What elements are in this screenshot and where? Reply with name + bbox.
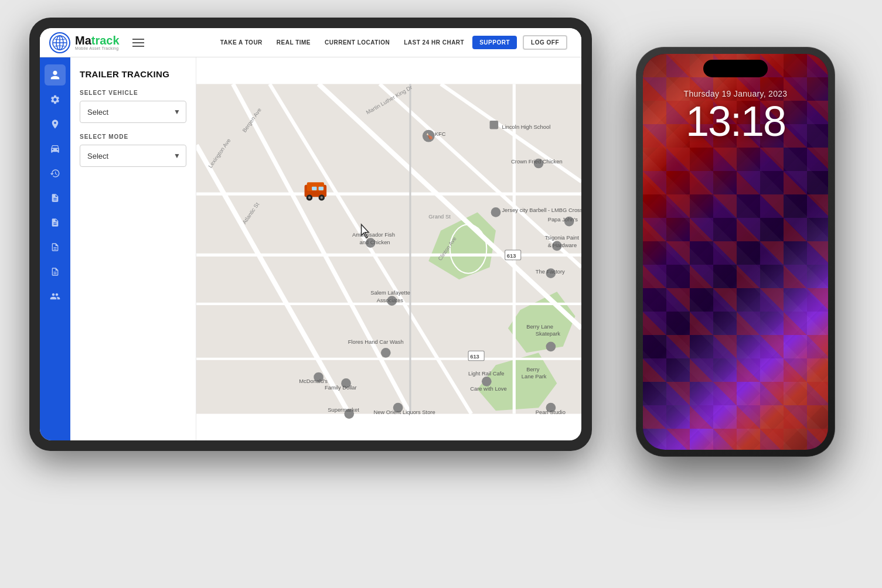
svg-text:Tsigonia Paint: Tsigonia Paint — [544, 235, 579, 241]
left-panel: TRAILER TRACKING SELECT VEHICLE Select ▼… — [70, 57, 196, 440]
svg-text:McDonald's: McDonald's — [299, 378, 328, 384]
phone-time: 13:18 — [643, 98, 828, 145]
sidebar-report1-icon[interactable] — [45, 187, 66, 208]
sidebar-report4-icon[interactable] — [45, 261, 66, 282]
svg-text:Lane Park: Lane Park — [522, 374, 547, 380]
logo-text-group: Matrack Mobile Asset Tracking — [75, 35, 120, 50]
svg-text:Flores Hand Car Wash: Flores Hand Car Wash — [348, 339, 404, 345]
svg-text:Berry Lane: Berry Lane — [526, 324, 553, 330]
main-content: TRAILER TRACKING SELECT VEHICLE Select ▼… — [40, 57, 581, 440]
svg-text:KFC: KFC — [435, 131, 446, 137]
svg-text:Ambassador Fish: Ambassador Fish — [352, 232, 395, 238]
sidebar-users-icon[interactable] — [45, 286, 66, 307]
svg-text:and Chicken: and Chicken — [359, 240, 390, 245]
phone-screen: Thursday 19 January, 2023 13:18 — [643, 54, 828, 450]
svg-text:Papa John's: Papa John's — [548, 217, 578, 223]
svg-text:🍗: 🍗 — [426, 133, 433, 140]
svg-text:Skatepark: Skatepark — [536, 331, 561, 337]
vehicle-select-wrapper: Select ▼ — [80, 101, 186, 123]
nav-take-a-tour[interactable]: TAKE A TOUR — [214, 36, 268, 49]
sidebar — [40, 57, 70, 440]
sidebar-location-icon[interactable] — [45, 114, 66, 135]
sidebar-report3-icon[interactable] — [45, 237, 66, 258]
sidebar-user-icon[interactable] — [45, 64, 66, 86]
tablet-screen: Matrack Mobile Asset Tracking TAKE A TOU… — [40, 28, 581, 440]
svg-text:Jersey city Barbell - LMBG Cro: Jersey city Barbell - LMBG CrossFit — [502, 207, 581, 213]
map-area: Lexington Ave Bergen Ave Martin Luther K… — [196, 57, 581, 440]
svg-point-80 — [321, 196, 323, 199]
svg-text:Salem Lafayette: Salem Lafayette — [370, 290, 410, 296]
svg-text:Berry: Berry — [526, 367, 540, 372]
mode-select[interactable]: Select — [80, 145, 186, 167]
phone-notch — [703, 60, 768, 77]
svg-text:& Hardware: & Hardware — [548, 242, 577, 248]
mode-label: SELECT MODE — [80, 134, 186, 140]
logoff-button[interactable]: LOG OFF — [523, 35, 567, 50]
hamburger-menu[interactable] — [130, 36, 147, 49]
svg-text:Care with Love: Care with Love — [470, 386, 507, 392]
logo-ma: Ma — [75, 34, 91, 47]
svg-text:613: 613 — [507, 253, 516, 259]
svg-text:New Orient Liquors Store: New Orient Liquors Store — [373, 409, 435, 415]
map-svg: Lexington Ave Bergen Ave Martin Luther K… — [196, 57, 581, 440]
svg-point-79 — [308, 196, 311, 199]
svg-text:Lincoln High School: Lincoln High School — [502, 124, 550, 130]
svg-text:Supermarket: Supermarket — [328, 407, 359, 413]
panel-title: TRAILER TRACKING — [80, 69, 186, 79]
logo-circle — [49, 32, 70, 53]
svg-rect-30 — [490, 121, 499, 129]
svg-rect-76 — [319, 187, 323, 190]
nav-links: TAKE A TOUR REAL TIME CURRENT LOCATION L… — [214, 35, 567, 50]
phone-device: Thursday 19 January, 2023 13:18 — [636, 47, 835, 457]
sidebar-tracking-icon[interactable] — [45, 138, 66, 159]
sidebar-settings-icon[interactable] — [45, 89, 66, 110]
sidebar-report2-icon[interactable] — [45, 212, 66, 233]
top-nav: Matrack Mobile Asset Tracking TAKE A TOU… — [40, 28, 581, 57]
tablet-device: Matrack Mobile Asset Tracking TAKE A TOU… — [29, 18, 592, 451]
svg-point-66 — [482, 377, 492, 387]
nav-last-24hr[interactable]: LAST 24 HR CHART — [398, 36, 470, 49]
svg-text:Pearl Studio: Pearl Studio — [536, 409, 566, 415]
svg-text:Crown Fried Chicken: Crown Fried Chicken — [511, 159, 563, 165]
svg-rect-75 — [312, 187, 316, 190]
svg-text:Family Dollar: Family Dollar — [325, 385, 357, 391]
vehicle-label: SELECT VEHICLE — [80, 90, 186, 96]
mode-select-wrapper: Select ▼ — [80, 145, 186, 167]
logo-track: track — [91, 34, 120, 47]
logo-area: Matrack Mobile Asset Tracking — [49, 32, 166, 53]
svg-text:613: 613 — [470, 354, 479, 360]
svg-point-55 — [546, 342, 556, 352]
svg-text:Grand St: Grand St — [428, 214, 451, 220]
svg-text:Associates: Associates — [377, 298, 404, 303]
logo-globe-icon — [52, 35, 68, 51]
logo-subtitle: Mobile Asset Tracking — [75, 46, 120, 50]
svg-text:Light Rail Cafe: Light Rail Cafe — [468, 371, 505, 377]
support-button[interactable]: SUPPORT — [472, 36, 517, 49]
phone-time-area: Thursday 19 January, 2023 13:18 — [643, 89, 828, 145]
nav-current-location[interactable]: CURRENT LOCATION — [319, 36, 396, 49]
svg-point-34 — [491, 207, 501, 217]
svg-text:The Factory: The Factory — [536, 269, 565, 275]
phone-date: Thursday 19 January, 2023 — [643, 89, 828, 98]
sidebar-history-icon[interactable] — [45, 163, 66, 184]
svg-point-59 — [381, 348, 391, 358]
vehicle-select[interactable]: Select — [80, 101, 186, 123]
nav-real-time[interactable]: REAL TIME — [271, 36, 316, 49]
